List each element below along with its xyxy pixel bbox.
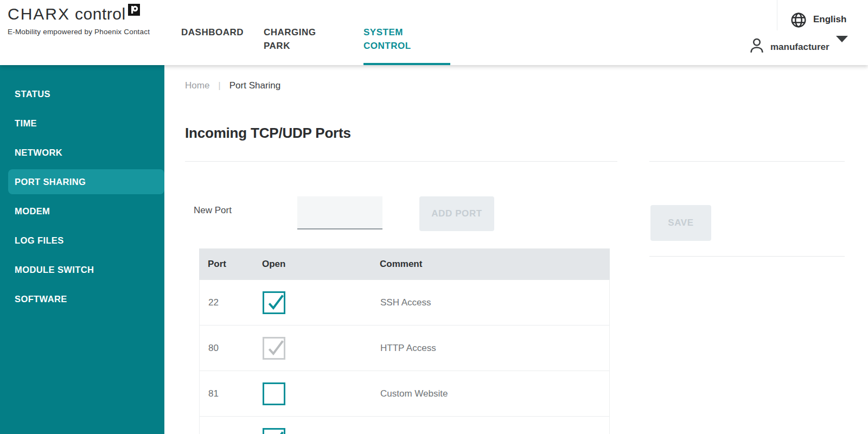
breadcrumb-home-link[interactable]: Home	[185, 80, 209, 91]
new-port-label: New Port	[194, 205, 232, 216]
column-header-port: Port	[199, 259, 262, 270]
chevron-down-icon[interactable]	[836, 36, 848, 42]
save-button[interactable]: SAVE	[650, 205, 711, 241]
nav-dashboard[interactable]: DASHBOARD	[181, 0, 244, 65]
sidebar-item-module-switch[interactable]: MODULE SWITCH	[0, 257, 164, 282]
port-value: 22	[200, 297, 263, 308]
sidebar-nav: STATUS TIME NETWORK PORT SHARING MODEM L…	[0, 65, 164, 434]
page-title: Incoming TCP/UDP Ports	[185, 125, 351, 142]
breadcrumb-current: Port Sharing	[229, 80, 281, 91]
sidebar-item-network[interactable]: NETWORK	[0, 140, 164, 165]
user-menu[interactable]: manufacturer	[770, 42, 829, 53]
column-header-open: Open	[262, 259, 380, 270]
divider	[649, 161, 845, 162]
brand-name-secondary: control	[75, 5, 126, 23]
table-row-port-81: 81 Custom Website	[200, 371, 609, 417]
top-header: CHARX control E-Mobility empowered by Ph…	[0, 0, 868, 65]
add-port-button[interactable]: ADD PORT	[419, 196, 494, 231]
ports-table: Port Open Comment 22 SSH Access	[199, 248, 610, 434]
breadcrumb: Home|Port Sharing	[185, 80, 280, 91]
column-header-comment: Comment	[380, 259, 610, 270]
sidebar-item-time[interactable]: TIME	[0, 111, 164, 136]
table-row-port-22: 22 SSH Access	[200, 280, 609, 326]
sidebar-item-log-files[interactable]: LOG FILES	[0, 228, 164, 253]
comment-value: Custom Website	[380, 388, 609, 399]
charx-control-app: CHARX control E-Mobility empowered by Ph…	[0, 0, 868, 434]
globe-icon[interactable]	[790, 11, 807, 31]
divider	[649, 256, 845, 257]
open-checkbox[interactable]	[263, 382, 285, 405]
table-row-partial	[200, 417, 609, 434]
comment-value: SSH Access	[380, 297, 609, 308]
open-checkbox[interactable]	[263, 428, 285, 434]
sidebar-item-modem[interactable]: MODEM	[0, 199, 164, 224]
table-body: 22 SSH Access 80	[199, 280, 610, 434]
sidebar-item-port-sharing[interactable]: PORT SHARING	[8, 169, 164, 194]
port-value: 81	[200, 388, 263, 399]
nav-system-control[interactable]: SYSTEM CONTROL	[363, 0, 450, 65]
new-port-input[interactable]	[297, 196, 382, 229]
table-header-row: Port Open Comment	[199, 248, 610, 280]
language-selector[interactable]: English	[813, 14, 846, 25]
port-value: 80	[200, 343, 263, 354]
brand-tagline: E-Mobility empowered by Phoenix Contact	[8, 28, 150, 36]
open-checkbox-disabled	[263, 337, 285, 360]
table-row-port-80: 80 HTTP Access	[200, 326, 609, 371]
brand-logo: CHARX control E-Mobility empowered by Ph…	[8, 5, 150, 36]
breadcrumb-separator: |	[218, 80, 220, 91]
comment-value: HTTP Access	[380, 343, 609, 354]
brand-name-primary: CHARX	[8, 5, 70, 23]
sidebar-item-status[interactable]: STATUS	[0, 81, 164, 106]
phoenix-contact-logo-icon	[128, 4, 140, 16]
nav-charging-park[interactable]: CHARGING PARK	[264, 0, 318, 65]
sidebar-item-software[interactable]: SOFTWARE	[0, 286, 164, 311]
user-icon[interactable]	[748, 36, 766, 57]
main-content: Home|Port Sharing Incoming TCP/UDP Ports…	[164, 65, 868, 434]
open-checkbox[interactable]	[263, 291, 285, 314]
header-divider	[777, 0, 777, 30]
divider	[185, 161, 617, 162]
